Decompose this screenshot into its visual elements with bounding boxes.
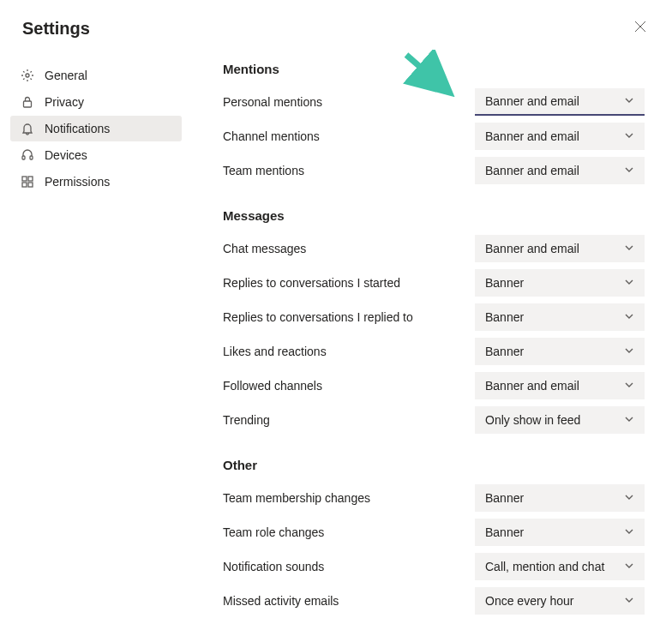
dropdown-value: Banner and email — [485, 94, 579, 108]
main-content: Mentions Personal mentions Banner and em… — [189, 62, 672, 636]
svg-rect-6 — [22, 183, 27, 187]
svg-rect-1 — [24, 101, 32, 107]
label-channel-mentions: Channel mentions — [223, 129, 320, 143]
chevron-down-icon — [624, 379, 634, 393]
svg-rect-4 — [22, 177, 27, 181]
dropdown-value: Banner — [485, 491, 524, 505]
dropdown-trending[interactable]: Only show in feed — [475, 406, 645, 434]
sidebar-item-label: Devices — [45, 148, 87, 162]
label-trending: Trending — [223, 413, 270, 427]
dropdown-membership[interactable]: Banner — [475, 484, 645, 512]
dropdown-replies-replied[interactable]: Banner — [475, 303, 645, 331]
dropdown-value: Only show in feed — [485, 413, 580, 427]
label-role: Team role changes — [223, 525, 324, 539]
sidebar-item-general[interactable]: General — [10, 63, 182, 88]
bell-icon — [21, 122, 34, 135]
dropdown-value: Call, mention and chat — [485, 560, 604, 573]
page-title: Settings — [22, 19, 90, 39]
dropdown-value: Banner and email — [485, 129, 579, 143]
svg-rect-5 — [28, 177, 33, 181]
dropdown-value: Banner — [485, 525, 524, 539]
label-likes: Likes and reactions — [223, 345, 327, 358]
sidebar-item-label: Notifications — [45, 122, 110, 135]
apps-icon — [21, 175, 34, 189]
dropdown-value: Banner — [485, 310, 524, 324]
label-membership: Team membership changes — [223, 491, 370, 505]
lock-icon — [21, 95, 34, 109]
sidebar-item-permissions[interactable]: Permissions — [10, 169, 182, 195]
dropdown-chat-messages[interactable]: Banner and email — [475, 235, 645, 262]
chevron-down-icon — [624, 164, 634, 177]
chevron-down-icon — [624, 276, 634, 290]
sidebar-item-label: General — [45, 69, 87, 82]
svg-rect-3 — [30, 156, 33, 159]
chevron-down-icon — [624, 345, 634, 358]
label-replies-started: Replies to conversations I started — [223, 276, 400, 290]
dropdown-value: Banner and email — [485, 379, 579, 393]
label-team-mentions: Team mentions — [223, 164, 304, 177]
section-mentions: Mentions — [223, 62, 645, 76]
svg-rect-2 — [22, 156, 25, 159]
dropdown-sounds[interactable]: Call, mention and chat — [475, 553, 645, 580]
sidebar: General Privacy Notifications Devices Pe — [0, 62, 189, 636]
chevron-down-icon — [624, 491, 634, 505]
chevron-down-icon — [624, 94, 634, 108]
dropdown-value: Banner — [485, 276, 524, 290]
sidebar-item-privacy[interactable]: Privacy — [10, 89, 182, 115]
chevron-down-icon — [624, 594, 634, 608]
close-button[interactable] — [631, 17, 650, 39]
label-personal-mentions: Personal mentions — [223, 95, 322, 109]
dropdown-channel-mentions[interactable]: Banner and email — [475, 123, 645, 150]
chevron-down-icon — [624, 129, 634, 143]
label-chat-messages: Chat messages — [223, 242, 306, 255]
dropdown-personal-mentions[interactable]: Banner and email — [475, 88, 645, 116]
dropdown-replies-started[interactable]: Banner — [475, 269, 645, 297]
chevron-down-icon — [624, 525, 634, 539]
dropdown-missed[interactable]: Once every hour — [475, 587, 645, 615]
label-replies-replied: Replies to conversations I replied to — [223, 310, 413, 324]
dropdown-followed[interactable]: Banner and email — [475, 372, 645, 399]
dropdown-value: Banner and email — [485, 164, 579, 177]
sidebar-item-notifications[interactable]: Notifications — [10, 116, 182, 141]
svg-point-0 — [26, 74, 29, 77]
gear-icon — [21, 69, 34, 82]
section-messages: Messages — [223, 208, 645, 223]
label-sounds: Notification sounds — [223, 560, 324, 573]
dropdown-value: Banner — [485, 345, 524, 358]
headset-icon — [21, 148, 34, 162]
chevron-down-icon — [624, 560, 634, 573]
sidebar-item-label: Privacy — [45, 95, 84, 109]
chevron-down-icon — [624, 242, 634, 255]
dropdown-value: Once every hour — [485, 594, 574, 608]
chevron-down-icon — [624, 310, 634, 324]
dropdown-likes[interactable]: Banner — [475, 338, 645, 365]
sidebar-item-label: Permissions — [45, 175, 110, 189]
label-missed: Missed activity emails — [223, 594, 339, 608]
dropdown-value: Banner and email — [485, 242, 579, 255]
sidebar-item-devices[interactable]: Devices — [10, 142, 182, 168]
dropdown-team-mentions[interactable]: Banner and email — [475, 157, 645, 184]
section-other: Other — [223, 458, 645, 472]
label-followed: Followed channels — [223, 379, 322, 393]
chevron-down-icon — [624, 413, 634, 427]
svg-rect-7 — [28, 183, 33, 187]
dropdown-role[interactable]: Banner — [475, 519, 645, 546]
